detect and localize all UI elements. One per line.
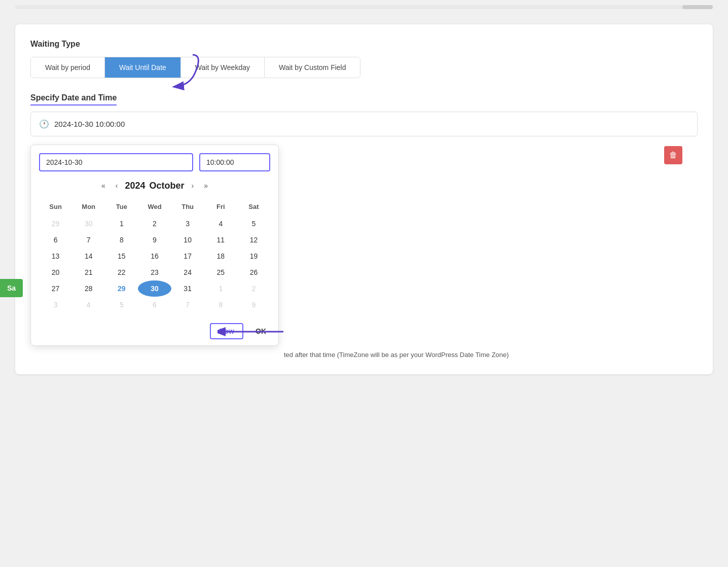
calendar-day[interactable]: 12 xyxy=(237,232,270,248)
calendar-week-row: 13141516171819 xyxy=(39,248,270,264)
hint-text-wrapper: ted after that time (TimeZone will be as… xyxy=(284,350,698,359)
tab-wait-by-custom-field[interactable]: Wait by Custom Field xyxy=(265,57,360,78)
calendar-day[interactable]: 20 xyxy=(39,264,72,280)
section-title: Specify Date and Time xyxy=(30,93,117,105)
calendar-day[interactable]: 14 xyxy=(72,248,105,264)
weekday-fri: Fri xyxy=(204,200,237,216)
calendar-day[interactable]: 19 xyxy=(237,248,270,264)
calendar-header: « ‹ 2024 October › » xyxy=(39,180,270,192)
ok-button[interactable]: OK xyxy=(251,324,270,338)
calendar-popup: « ‹ 2024 October › » Sun Mon T xyxy=(30,145,279,346)
calendar-day[interactable]: 23 xyxy=(138,264,171,280)
calendar-week-row: 293012345 xyxy=(39,216,270,232)
calendar-day[interactable]: 3 xyxy=(171,216,204,232)
calendar-day[interactable]: 24 xyxy=(171,264,204,280)
calendar-day[interactable]: 31 xyxy=(171,280,204,297)
hint-text: ted after that time (TimeZone will be as… xyxy=(284,351,509,359)
prev-month-btn[interactable]: ‹ xyxy=(113,180,121,192)
calendar-day[interactable]: 15 xyxy=(105,248,138,264)
calendar-week-row: 20212223242526 xyxy=(39,264,270,280)
calendar-day[interactable]: 7 xyxy=(72,232,105,248)
calendar-week-row: 272829303112 xyxy=(39,280,270,297)
calendar-day[interactable]: 30 xyxy=(72,216,105,232)
weekday-thu: Thu xyxy=(171,200,204,216)
delete-button[interactable]: 🗑 xyxy=(664,146,682,164)
calendar-day[interactable]: 1 xyxy=(105,216,138,232)
weekday-mon: Mon xyxy=(72,200,105,216)
datetime-display-wrapper[interactable]: 🕐 2024-10-30 10:00:00 xyxy=(30,112,698,136)
calendar-day[interactable]: 21 xyxy=(72,264,105,280)
weekday-sat: Sat xyxy=(237,200,270,216)
top-bar xyxy=(15,5,713,9)
calendar-day[interactable]: 4 xyxy=(204,216,237,232)
trash-icon: 🗑 xyxy=(669,151,677,160)
calendar-area: « ‹ 2024 October › » Sun Mon T xyxy=(30,145,698,359)
calendar-footer: Now OK xyxy=(39,319,270,339)
top-bar-end xyxy=(682,5,713,9)
now-button[interactable]: Now xyxy=(210,323,243,339)
specify-datetime-section: Specify Date and Time 🕐 2024-10-30 10:00… xyxy=(30,93,698,359)
calendar-day[interactable]: 25 xyxy=(204,264,237,280)
calendar-month: October xyxy=(150,181,185,191)
calendar-day[interactable]: 5 xyxy=(237,216,270,232)
calendar-day[interactable]: 18 xyxy=(204,248,237,264)
calendar-day[interactable]: 7 xyxy=(171,297,204,313)
save-button[interactable]: Sa xyxy=(0,279,23,297)
datetime-display-text: 2024-10-30 10:00:00 xyxy=(54,120,125,128)
calendar-day[interactable]: 26 xyxy=(237,264,270,280)
calendar-day[interactable]: 5 xyxy=(105,297,138,313)
weekday-wed: Wed xyxy=(138,200,171,216)
calendar-year: 2024 xyxy=(125,181,145,191)
calendar-day[interactable]: 8 xyxy=(204,297,237,313)
weekday-tue: Tue xyxy=(105,200,138,216)
calendar-day[interactable]: 28 xyxy=(72,280,105,297)
calendar-day[interactable]: 30 xyxy=(138,280,171,297)
main-card: Waiting Type Wait by period Wait Until D… xyxy=(15,24,713,374)
waiting-type-label: Waiting Type xyxy=(30,40,698,49)
calendar-day[interactable]: 17 xyxy=(171,248,204,264)
calendar-day[interactable]: 3 xyxy=(39,297,72,313)
calendar-week-row: 3456789 xyxy=(39,297,270,313)
time-input-field[interactable] xyxy=(199,153,270,171)
calendar-day[interactable]: 1 xyxy=(204,280,237,297)
calendar-day[interactable]: 22 xyxy=(105,264,138,280)
calendar-day[interactable]: 2 xyxy=(138,216,171,232)
calendar-day[interactable]: 9 xyxy=(138,232,171,248)
calendar-day[interactable]: 8 xyxy=(105,232,138,248)
calendar-day[interactable]: 10 xyxy=(171,232,204,248)
tabs-container: Wait by period Wait Until Date Wait by W… xyxy=(30,57,360,78)
next-month-btn[interactable]: › xyxy=(189,180,197,192)
calendar-grid: Sun Mon Tue Wed Thu Fri Sat 293012345678… xyxy=(39,200,270,313)
calendar-day[interactable]: 9 xyxy=(237,297,270,313)
weekday-sun: Sun xyxy=(39,200,72,216)
calendar-day[interactable]: 2 xyxy=(237,280,270,297)
calendar-day[interactable]: 27 xyxy=(39,280,72,297)
calendar-week-row: 6789101112 xyxy=(39,232,270,248)
tab-wait-by-period[interactable]: Wait by period xyxy=(31,57,105,78)
calendar-day[interactable]: 11 xyxy=(204,232,237,248)
calendar-day[interactable]: 4 xyxy=(72,297,105,313)
calendar-day[interactable]: 29 xyxy=(105,280,138,297)
clock-icon: 🕐 xyxy=(39,119,49,129)
prev-prev-year-btn[interactable]: « xyxy=(98,180,108,192)
next-next-year-btn[interactable]: » xyxy=(201,180,211,192)
calendar-weekday-header-row: Sun Mon Tue Wed Thu Fri Sat xyxy=(39,200,270,216)
calendar-day[interactable]: 13 xyxy=(39,248,72,264)
page-container: Waiting Type Wait by period Wait Until D… xyxy=(0,5,728,567)
date-time-inputs xyxy=(39,153,270,171)
date-input-field[interactable] xyxy=(39,153,193,171)
tab-wait-by-weekday[interactable]: Wait by Weekday xyxy=(181,57,265,78)
calendar-day[interactable]: 16 xyxy=(138,248,171,264)
calendar-day[interactable]: 6 xyxy=(39,232,72,248)
calendar-day[interactable]: 29 xyxy=(39,216,72,232)
tab-wait-until-date[interactable]: Wait Until Date xyxy=(105,57,181,78)
calendar-day[interactable]: 6 xyxy=(138,297,171,313)
